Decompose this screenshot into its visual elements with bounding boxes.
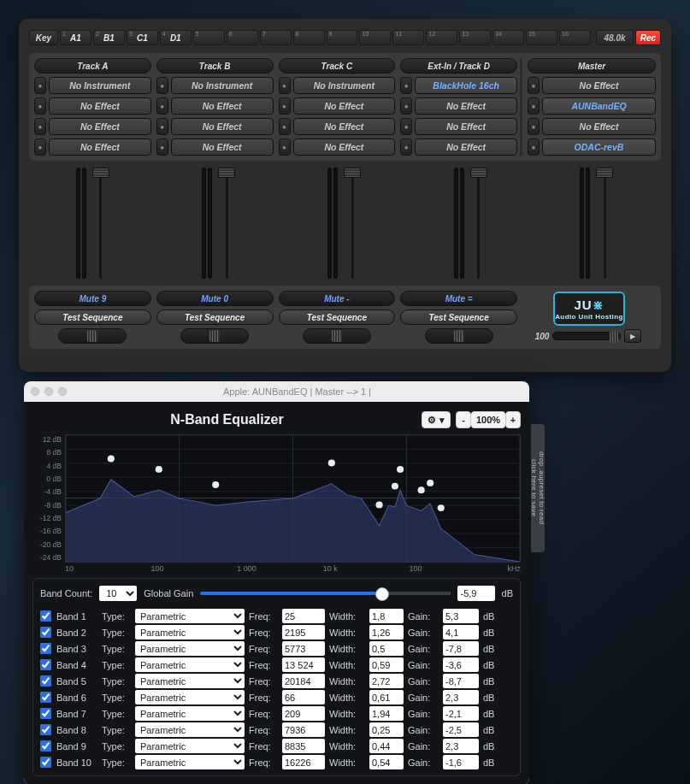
- preset-slot-16[interactable]: 16: [559, 30, 591, 45]
- effect-slot[interactable]: No Effect: [49, 139, 151, 156]
- slot-enable-toggle[interactable]: ●: [528, 97, 540, 115]
- eq-plot[interactable]: 12 dB8 dB4 dB0 dB-4 dB-8 dB-12 dB-16 dB-…: [32, 434, 521, 563]
- band-width-input[interactable]: 0,44: [369, 739, 404, 753]
- master-slot[interactable]: ODAC-revB: [542, 139, 656, 156]
- slot-enable-toggle[interactable]: ●: [279, 77, 291, 94]
- slot-enable-toggle[interactable]: ●: [528, 139, 540, 156]
- volume-fader[interactable]: [91, 168, 110, 279]
- track-header[interactable]: Ext-In / Track D: [400, 58, 517, 74]
- band-gain-input[interactable]: -2,5: [443, 722, 479, 737]
- preset-slot-8[interactable]: 8: [293, 30, 325, 45]
- band-freq-input[interactable]: 5773: [282, 641, 325, 656]
- band-width-input[interactable]: 1,8: [369, 609, 404, 623]
- band-gain-input[interactable]: -2,1: [443, 706, 479, 721]
- band-marker[interactable]: [156, 466, 162, 473]
- band-enable-checkbox[interactable]: [40, 740, 51, 752]
- band-enable-checkbox[interactable]: [40, 692, 51, 703]
- preset-dropzone[interactable]: drop .aupreset to read click here to sav…: [531, 424, 545, 552]
- sample-rate-button[interactable]: 48.0k: [596, 30, 634, 45]
- band-enable-checkbox[interactable]: [40, 659, 51, 670]
- master-slot[interactable]: AUNBandEQ: [542, 97, 656, 115]
- band-width-input[interactable]: 1,26: [369, 625, 404, 640]
- volume-fader[interactable]: [469, 168, 488, 279]
- slot-enable-toggle[interactable]: ●: [34, 77, 46, 94]
- effect-slot[interactable]: No Effect: [415, 139, 517, 156]
- slot-enable-toggle[interactable]: ●: [528, 77, 540, 94]
- slot-enable-toggle[interactable]: ●: [400, 97, 412, 115]
- band-type-select[interactable]: Parametric: [135, 706, 245, 721]
- track-header[interactable]: Track B: [156, 58, 274, 74]
- preset-slot-15[interactable]: 15: [526, 30, 557, 45]
- instrument-slot[interactable]: No Instrument: [49, 77, 151, 94]
- band-freq-input[interactable]: 209: [282, 706, 325, 721]
- band-freq-input[interactable]: 7936: [282, 722, 325, 737]
- preset-slot-1[interactable]: 1A1: [60, 30, 91, 45]
- slot-enable-toggle[interactable]: ●: [156, 97, 168, 115]
- preset-slot-13[interactable]: 13: [459, 30, 491, 45]
- band-gain-input[interactable]: -8,7: [443, 674, 479, 688]
- band-marker[interactable]: [397, 466, 404, 473]
- band-width-input[interactable]: 1,94: [369, 706, 404, 721]
- record-button[interactable]: Rec: [635, 30, 661, 45]
- mute-button[interactable]: Mute =: [400, 291, 517, 306]
- band-freq-input[interactable]: 20184: [282, 674, 325, 688]
- zoom-in-button[interactable]: +: [505, 411, 521, 428]
- close-icon[interactable]: [31, 387, 39, 396]
- band-marker[interactable]: [108, 456, 115, 463]
- band-gain-input[interactable]: -1,6: [443, 755, 479, 769]
- band-type-select[interactable]: Parametric: [135, 755, 245, 769]
- preset-slot-7[interactable]: 7: [260, 30, 292, 45]
- band-freq-input[interactable]: 13 524: [282, 657, 325, 672]
- band-width-input[interactable]: 0,25: [369, 722, 404, 737]
- test-sequence-button[interactable]: Test Sequence: [156, 309, 274, 325]
- band-gain-input[interactable]: 2,3: [443, 739, 479, 753]
- effect-slot[interactable]: No Effect: [293, 118, 396, 135]
- band-gain-input[interactable]: 2,3: [443, 690, 479, 704]
- preset-slot-14[interactable]: 14: [492, 30, 524, 45]
- band-enable-checkbox[interactable]: [40, 627, 51, 638]
- band-width-input[interactable]: 0,5: [369, 641, 404, 656]
- test-sequence-button[interactable]: Test Sequence: [400, 309, 517, 325]
- band-enable-checkbox[interactable]: [40, 610, 51, 622]
- preset-slot-5[interactable]: 5: [193, 30, 225, 45]
- effect-slot[interactable]: No Effect: [171, 118, 274, 135]
- band-marker[interactable]: [427, 480, 433, 486]
- slot-enable-toggle[interactable]: ●: [156, 118, 168, 135]
- band-marker[interactable]: [212, 481, 219, 488]
- band-gain-input[interactable]: 5,3: [443, 609, 479, 623]
- band-marker[interactable]: [328, 460, 335, 467]
- effect-slot[interactable]: No Effect: [49, 118, 151, 135]
- band-marker[interactable]: [375, 501, 382, 508]
- preset-slot-11[interactable]: 11: [392, 30, 424, 45]
- band-type-select[interactable]: Parametric: [135, 674, 245, 688]
- pan-slider[interactable]: [180, 328, 249, 344]
- volume-fader[interactable]: [343, 168, 362, 279]
- band-enable-checkbox[interactable]: [40, 757, 51, 768]
- preset-slot-4[interactable]: 4D1: [160, 30, 192, 45]
- band-type-select[interactable]: Parametric: [135, 609, 245, 623]
- band-freq-input[interactable]: 25: [282, 609, 325, 623]
- volume-fader[interactable]: [217, 168, 236, 279]
- band-marker[interactable]: [392, 483, 398, 490]
- band-gain-input[interactable]: -3,6: [443, 657, 479, 672]
- slot-enable-toggle[interactable]: ●: [400, 77, 412, 94]
- volume-fader[interactable]: [595, 168, 614, 279]
- pan-slider[interactable]: [58, 328, 127, 344]
- band-gain-input[interactable]: -7,8: [443, 641, 479, 656]
- slot-enable-toggle[interactable]: ●: [279, 97, 291, 115]
- band-freq-input[interactable]: 16226: [282, 755, 325, 769]
- band-type-select[interactable]: Parametric: [135, 657, 245, 672]
- master-slot[interactable]: No Effect: [542, 77, 656, 94]
- key-button[interactable]: Key: [29, 30, 58, 45]
- slot-enable-toggle[interactable]: ●: [279, 139, 291, 156]
- instrument-slot[interactable]: No Instrument: [171, 77, 274, 94]
- preset-slot-10[interactable]: 10: [359, 30, 391, 45]
- band-freq-input[interactable]: 2195: [282, 625, 325, 640]
- slot-enable-toggle[interactable]: ●: [34, 97, 46, 115]
- master-slot[interactable]: No Effect: [542, 118, 656, 135]
- band-width-input[interactable]: 0,61: [369, 690, 404, 704]
- band-type-select[interactable]: Parametric: [135, 722, 245, 737]
- bpm-slider[interactable]: [552, 332, 621, 340]
- slot-enable-toggle[interactable]: ●: [34, 118, 46, 135]
- effect-slot[interactable]: No Effect: [293, 97, 396, 115]
